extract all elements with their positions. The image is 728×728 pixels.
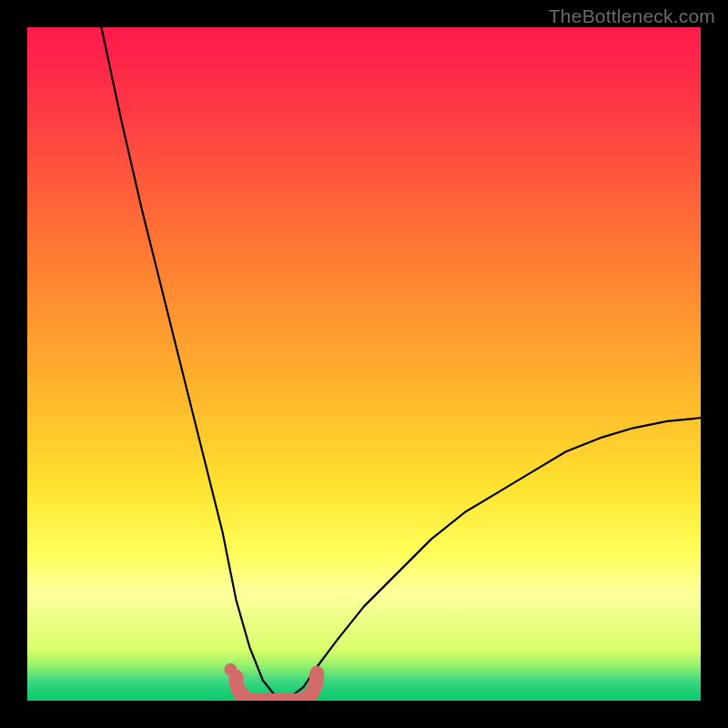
bottleneck-curve: [101, 27, 701, 697]
bottleneck-curve-path: [101, 27, 701, 697]
plot-overlay: [27, 27, 701, 701]
notch-marker: [224, 663, 317, 701]
plot-area: [27, 27, 701, 701]
watermark-text: TheBottleneck.com: [549, 5, 715, 27]
chart-frame: TheBottleneck.com: [0, 0, 728, 728]
